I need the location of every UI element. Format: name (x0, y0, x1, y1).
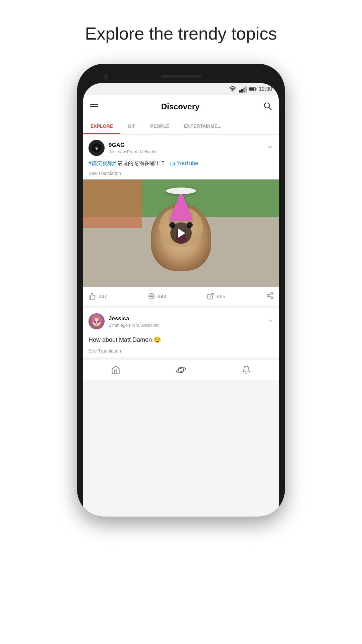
chevron-down-button[interactable] (267, 317, 274, 326)
svg-point-15 (151, 296, 152, 297)
repost-count: 625 (217, 293, 225, 299)
post-author: Jessica (109, 315, 263, 322)
hamburger-menu[interactable] (90, 104, 98, 109)
comment-count: 943 (158, 293, 166, 299)
bottom-nav (83, 360, 279, 380)
post-meta: 9GAG Just now From Weibo.intl (109, 142, 263, 154)
post-header: 9 9GAG Just now From Weibo.intl (83, 135, 279, 159)
like-action[interactable]: 247 (88, 292, 148, 300)
search-icon (263, 101, 272, 111)
svg-rect-11 (171, 162, 174, 165)
comment-icon (148, 292, 155, 300)
hat-brim (166, 187, 196, 194)
page-title: Explore the trendy topics (85, 23, 277, 44)
chevron-down-icon (267, 317, 274, 324)
share-action[interactable] (266, 292, 274, 301)
phone-screen: 12:30 Discovery EXPLORE GIF (83, 83, 279, 517)
repost-action[interactable]: 625 (207, 292, 266, 300)
like-icon (88, 292, 96, 300)
svg-point-16 (152, 296, 153, 297)
phone-frame: 12:30 Discovery EXPLORE GIF (77, 64, 285, 517)
top-bar: Discovery (83, 95, 279, 118)
signal-icon (239, 85, 247, 93)
post-header: Jessica 2 min ago From Weibo.intl (83, 308, 279, 333)
9gag-logo: 9 (90, 142, 103, 154)
video-icon (170, 161, 176, 166)
jessica-avatar-image (88, 313, 105, 329)
battery-icon (249, 85, 257, 93)
repost-icon (207, 292, 214, 300)
svg-line-17 (210, 293, 214, 297)
svg-rect-2 (243, 88, 245, 93)
status-icons: 12:30 (229, 85, 272, 93)
svg-rect-0 (239, 90, 241, 93)
svg-rect-5 (249, 88, 254, 91)
svg-rect-6 (256, 88, 257, 90)
svg-point-31 (98, 318, 102, 322)
like-count: 247 (99, 293, 107, 299)
post-time: Just now From Weibo.intl (109, 149, 263, 154)
svg-point-30 (92, 318, 95, 322)
youtube-link[interactable]: YouTube (177, 160, 198, 166)
post-text: #搞笑视频# 最逗的宠物在哪里？ YouTube (83, 159, 279, 171)
tab-entertainment[interactable]: ENTERTAINME... (177, 118, 229, 134)
nav-discover[interactable] (148, 365, 214, 375)
post-actions: 247 943 (83, 287, 279, 305)
play-triangle-icon (178, 228, 185, 238)
svg-line-22 (269, 294, 271, 295)
see-translation-2[interactable]: See Translation (83, 348, 279, 357)
svg-rect-3 (245, 86, 247, 93)
avatar: 9 (88, 140, 105, 156)
share-icon (266, 292, 274, 299)
tab-people[interactable]: PEOPLE (143, 118, 177, 134)
svg-line-8 (269, 107, 272, 110)
app-title: Discovery (161, 102, 200, 111)
front-camera (103, 74, 108, 79)
see-translation[interactable]: See Translation (83, 171, 279, 179)
post-meta: Jessica 2 min ago From Weibo.intl (109, 315, 263, 328)
svg-point-29 (98, 321, 98, 322)
svg-rect-1 (241, 89, 243, 93)
tab-explore[interactable]: EXPLORE (83, 118, 120, 134)
comment-action[interactable]: 943 (148, 292, 207, 300)
planet-icon (176, 365, 186, 375)
svg-text:9: 9 (95, 146, 98, 151)
phone-speaker (161, 75, 201, 78)
svg-point-33 (176, 367, 186, 373)
play-button[interactable] (170, 222, 192, 244)
wifi-icon (229, 85, 237, 93)
nav-notifications[interactable] (214, 365, 279, 375)
tab-bar: EXPLORE GIF PEOPLE ENTERTAINME... (83, 118, 279, 135)
chevron-down-button[interactable] (267, 144, 274, 152)
phone-mockup: 12:30 Discovery EXPLORE GIF (77, 64, 285, 517)
wall-background (83, 179, 142, 228)
post-card: Jessica 2 min ago From Weibo.intl How ab… (83, 308, 279, 357)
tab-gif[interactable]: GIF (120, 118, 143, 134)
phone-notch (83, 70, 279, 83)
post-card: 9 9GAG Just now From Weibo.intl (83, 135, 279, 305)
post-author: 9GAG (109, 142, 263, 149)
post-text-content: How about Matt Damon 😏 (83, 333, 279, 348)
home-icon (111, 365, 120, 375)
search-button[interactable] (263, 101, 272, 112)
post-image[interactable] (83, 179, 279, 287)
hashtag-link[interactable]: #搞笑视频# (88, 160, 116, 166)
party-hat (169, 190, 193, 220)
svg-point-28 (95, 321, 96, 322)
status-bar: 12:30 (83, 83, 279, 95)
status-time: 12:30 (259, 86, 272, 92)
svg-line-21 (269, 296, 271, 297)
post-time: 2 min ago From Weibo.intl (109, 323, 263, 328)
content-area: 9 9GAG Just now From Weibo.intl (83, 135, 279, 360)
avatar (88, 313, 105, 329)
nav-home[interactable] (83, 365, 148, 375)
bell-icon (242, 365, 251, 375)
svg-point-14 (150, 296, 151, 297)
